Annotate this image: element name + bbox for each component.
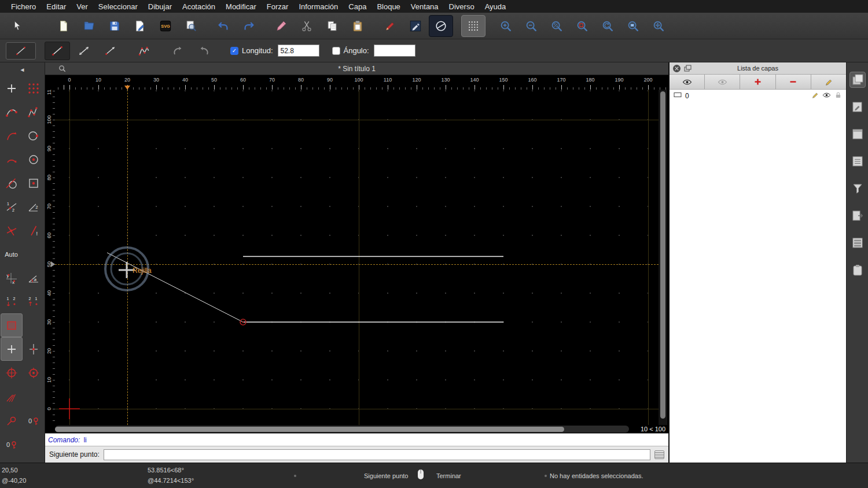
line-angle-button[interactable] xyxy=(71,42,97,60)
vertical-scrollbar-thumb[interactable] xyxy=(660,91,665,419)
snap-endpoints-button[interactable] xyxy=(1,100,23,124)
menu-item-acotacion[interactable]: Acotación xyxy=(177,2,220,11)
set-relative-zero-button[interactable]: 0 xyxy=(1,432,23,456)
menu-item-ayuda[interactable]: Ayuda xyxy=(480,2,512,11)
lock-relative-zero-button[interactable]: 0 xyxy=(23,408,45,432)
angle-input[interactable] xyxy=(374,45,415,57)
menu-item-ver[interactable]: Ver xyxy=(71,2,93,11)
menu-item-forzar[interactable]: Forzar xyxy=(262,2,294,11)
snap-target-button[interactable] xyxy=(23,361,45,385)
restrict-horizontal-vertical-button[interactable]: yx xyxy=(1,266,23,290)
dock-export-toggle[interactable] xyxy=(849,208,866,224)
snap-angle-button[interactable]: a xyxy=(23,266,45,290)
construction-layer-checkbox[interactable] xyxy=(674,91,682,101)
dock-entity-filter-toggle[interactable] xyxy=(849,180,866,197)
menu-item-seleccionar[interactable]: Seleccionar xyxy=(93,2,143,11)
select-pointer-button[interactable] xyxy=(5,15,30,37)
paste-button[interactable] xyxy=(345,15,370,37)
open-file-button[interactable] xyxy=(77,15,101,37)
save-button[interactable] xyxy=(102,15,127,37)
snap-distance-button[interactable]: 21 xyxy=(1,195,23,219)
layer-row[interactable]: 0 xyxy=(670,90,846,102)
delete-entity-button[interactable] xyxy=(269,15,293,37)
snap-intersection-button[interactable] xyxy=(1,219,23,242)
zoom-out-button[interactable] xyxy=(519,15,543,37)
snap-locate-button[interactable] xyxy=(1,408,23,432)
line-two-points-button[interactable] xyxy=(45,42,70,60)
grid-toggle-button[interactable] xyxy=(461,15,486,37)
menu-item-bloque[interactable]: Bloque xyxy=(372,2,405,11)
menu-item-editar[interactable]: Editar xyxy=(41,2,71,11)
entity-attributes-button[interactable] xyxy=(403,15,428,37)
modify-layer-button[interactable] xyxy=(811,75,846,89)
draw-order-button[interactable] xyxy=(429,15,453,37)
print-preview-button[interactable] xyxy=(179,15,203,37)
undo-segment-button[interactable] xyxy=(165,42,190,60)
new-document-button[interactable] xyxy=(52,15,76,37)
zoom-previous-button[interactable] xyxy=(570,15,594,37)
snap-middle-button[interactable] xyxy=(23,171,45,195)
snap-division-button[interactable]: 2 xyxy=(23,195,45,219)
length-input[interactable] xyxy=(278,45,319,57)
snap-point-on-circle-button[interactable] xyxy=(23,124,45,147)
menu-item-modificar[interactable]: Modificar xyxy=(220,2,262,11)
menu-item-informacion[interactable]: Información xyxy=(293,2,343,11)
redo-button[interactable] xyxy=(237,15,261,37)
dock-layer-list-toggle[interactable] xyxy=(849,72,866,88)
float-panel-button[interactable] xyxy=(684,65,692,72)
dock-command-line-toggle[interactable] xyxy=(849,153,866,169)
snap-free-button[interactable] xyxy=(1,76,23,100)
zoom-pan-button[interactable] xyxy=(646,15,671,37)
snap-plus-button[interactable] xyxy=(1,337,23,361)
angle-checkbox[interactable] xyxy=(332,47,340,55)
snap-arc-button[interactable] xyxy=(1,147,23,171)
edit-document-button[interactable] xyxy=(128,15,152,37)
snap-auto-button[interactable]: Auto xyxy=(1,242,23,266)
undo-button[interactable] xyxy=(211,15,236,37)
order-up-button[interactable]: 21 xyxy=(23,290,45,313)
horizontal-scrollbar-thumb[interactable] xyxy=(55,427,564,432)
polyline-mode-button[interactable] xyxy=(131,42,157,60)
close-panel-button[interactable] xyxy=(673,65,681,72)
dock-block-list-toggle[interactable] xyxy=(849,99,866,115)
drawing-canvas[interactable]: Rejilla xyxy=(55,90,659,425)
menu-item-dibujar[interactable]: Dibujar xyxy=(143,2,177,11)
toggle-all-layers-visibility-button[interactable] xyxy=(670,75,705,89)
select-region-button[interactable] xyxy=(1,313,23,337)
layer-lock-icon[interactable] xyxy=(834,91,842,101)
menu-item-capa[interactable]: Capa xyxy=(343,2,372,11)
dock-clipboard-toggle[interactable] xyxy=(849,262,866,278)
copy-button[interactable] xyxy=(320,15,344,37)
zoom-auto-button[interactable] xyxy=(545,15,569,37)
export-svg-button[interactable]: SVG xyxy=(153,15,178,37)
horizontal-scrollbar[interactable] xyxy=(55,426,629,432)
zoom-in-button[interactable] xyxy=(494,15,518,37)
command-input[interactable] xyxy=(104,449,650,460)
current-tool-indicator[interactable] xyxy=(6,42,36,60)
menu-item-fichero[interactable]: Fichero xyxy=(6,2,41,11)
dock-library-browser-toggle[interactable] xyxy=(849,126,866,142)
snap-on-entity-button[interactable] xyxy=(23,100,45,124)
snap-circle-plus-button[interactable] xyxy=(1,361,23,385)
order-down-button[interactable]: 12 xyxy=(1,290,23,313)
zoom-redraw-button[interactable] xyxy=(595,15,620,37)
dock-layer-tree-toggle[interactable] xyxy=(849,235,866,251)
layer-edit-pencil-icon[interactable] xyxy=(811,91,819,101)
snap-center-button[interactable] xyxy=(23,147,45,171)
snap-point-marker-button[interactable] xyxy=(23,337,45,361)
length-checkbox[interactable] xyxy=(230,47,238,55)
snap-grid-button[interactable] xyxy=(23,76,45,100)
toggle-layer-visibility-button[interactable] xyxy=(705,75,740,89)
palette-collapse-button[interactable]: ◄ xyxy=(0,62,45,76)
snap-tangent-button[interactable] xyxy=(1,171,23,195)
snap-spray-button[interactable] xyxy=(1,385,23,408)
pen-attributes-button[interactable] xyxy=(378,15,402,37)
keyboard-mode-button[interactable] xyxy=(654,450,664,459)
vertical-scrollbar[interactable] xyxy=(659,90,667,425)
line-ray-button[interactable] xyxy=(98,42,123,60)
cut-button[interactable] xyxy=(295,15,319,37)
menu-item-ventana[interactable]: Ventana xyxy=(406,2,444,11)
zoom-window-button[interactable] xyxy=(621,15,645,37)
layer-visibility-eye-icon[interactable] xyxy=(822,91,831,101)
menu-item-diverso[interactable]: Diverso xyxy=(444,2,480,11)
